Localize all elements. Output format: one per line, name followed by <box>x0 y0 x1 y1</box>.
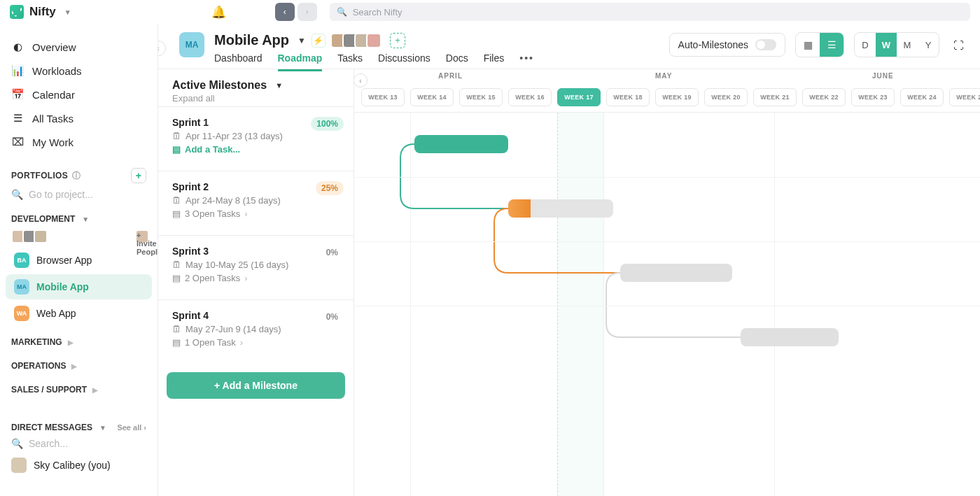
timeline-scroll-left[interactable]: ‹ <box>354 73 368 87</box>
gantt-bar-sprint4[interactable] <box>741 328 839 346</box>
task-icon: ▤ <box>172 337 181 348</box>
project-badge: BA <box>14 253 29 268</box>
chevron-right-icon: › <box>240 337 243 348</box>
week-chip[interactable]: WEEK 21 <box>753 88 797 106</box>
progress-badge: 0% <box>321 246 344 260</box>
category-sales-support[interactable]: SALES / SUPPORT▶ <box>0 375 158 399</box>
grid-view-button[interactable]: ▦ <box>796 33 820 57</box>
sprint-row[interactable]: Sprint 1 🗓Apr 11-Apr 23 (13 days) ▤Add a… <box>158 106 354 171</box>
week-chip[interactable]: WEEK 16 <box>508 88 552 106</box>
project-name: Web App <box>36 308 76 319</box>
goto-project-input[interactable]: 🔍 Go to project... <box>0 186 158 207</box>
dm-see-all-link[interactable]: See all › <box>117 423 146 432</box>
week-chip[interactable]: WEEK 23 <box>851 88 895 106</box>
automation-icon[interactable]: ⚡ <box>312 34 326 48</box>
tab-more[interactable]: ••• <box>519 52 534 71</box>
project-tabs: Dashboard Roadmap Tasks Discussions Docs… <box>214 52 534 71</box>
auto-milestones-toggle[interactable]: Auto-Milestones <box>669 33 785 57</box>
week-chip[interactable]: WEEK 20 <box>704 88 748 106</box>
category-marketing[interactable]: MARKETING▶ <box>0 327 158 351</box>
week-chip[interactable]: WEEK 17 <box>557 88 601 106</box>
project-badge: WA <box>14 306 29 321</box>
dm-search-input[interactable]: 🔍 Search... <box>0 437 158 451</box>
week-chip[interactable]: WEEK 24 <box>900 88 944 106</box>
sprint-open-tasks[interactable]: ▤3 Open Tasks › <box>172 208 340 219</box>
sprint-row[interactable]: Sprint 3 🗓May 10-May 25 (16 days) ▤2 Ope… <box>158 235 354 299</box>
project-members[interactable] <box>334 33 382 48</box>
project-badge: MA <box>14 279 29 295</box>
add-milestone-button[interactable]: + Add a Milestone <box>167 372 345 399</box>
search-icon: 🔍 <box>11 189 23 200</box>
sprint-row[interactable]: Sprint 2 🗓Apr 24-May 8 (15 days) ▤3 Open… <box>158 171 354 235</box>
week-chip[interactable]: WEEK 19 <box>655 88 699 106</box>
category-label: MARKETING <box>11 337 62 347</box>
project-mobile-app[interactable]: MA Mobile App <box>6 274 152 299</box>
week-chip[interactable]: WEEK 13 <box>361 88 405 106</box>
week-chip[interactable]: WEEK 25 <box>949 88 980 106</box>
calendar-icon: 🗓 <box>172 195 181 206</box>
week-chip[interactable]: WEEK 22 <box>802 88 846 106</box>
tab-tasks[interactable]: Tasks <box>337 52 363 71</box>
timeline-row <box>354 113 980 177</box>
week-selector: WEEK 13 WEEK 14 WEEK 15 WEEK 16 WEEK 17 … <box>361 88 980 106</box>
tab-discussions[interactable]: Discussions <box>378 52 430 71</box>
sidebar-item-alltasks[interactable]: ☰All Tasks <box>0 106 158 130</box>
project-web-app[interactable]: WA Web App <box>6 301 152 326</box>
add-portfolio-button[interactable]: + <box>131 168 146 183</box>
sidebar-item-workloads[interactable]: 📊Workloads <box>0 59 158 83</box>
project-browser-app[interactable]: BA Browser App <box>6 248 152 273</box>
help-icon[interactable]: ⓘ <box>72 170 80 182</box>
gantt-bar-sprint2[interactable] <box>508 199 613 218</box>
tab-docs[interactable]: Docs <box>446 52 468 71</box>
invite-people-link[interactable]: + Invite People <box>135 229 149 243</box>
team-avatars: + Invite People <box>0 228 158 246</box>
add-member-button[interactable]: + <box>390 33 405 48</box>
milestones-title-row[interactable]: Active Milestones ▼ <box>172 79 340 92</box>
chevron-right-icon: ▶ <box>92 386 98 394</box>
time-unit-month[interactable]: M <box>897 33 918 57</box>
development-section[interactable]: DEVELOPMENT ▼ <box>0 207 158 228</box>
category-label: SALES / SUPPORT <box>11 385 87 395</box>
category-label: OPERATIONS <box>11 361 66 371</box>
auto-milestones-label: Auto-Milestones <box>678 39 748 50</box>
calendar-icon: 🗓 <box>172 324 181 334</box>
project-header: MA Mobile App ▼ ⚡ + Dashboard Roadmap Ta… <box>158 24 980 69</box>
sidebar-item-overview[interactable]: ◐Overview <box>0 35 158 59</box>
expand-all-link[interactable]: Expand all <box>172 93 340 104</box>
time-unit-day[interactable]: D <box>855 33 876 57</box>
nav-forward-button[interactable]: › <box>298 3 317 21</box>
chevron-down-icon[interactable]: ▼ <box>298 36 306 45</box>
fullscreen-button[interactable]: ⛶ <box>949 36 967 54</box>
tab-files[interactable]: Files <box>484 52 505 71</box>
category-operations[interactable]: OPERATIONS▶ <box>0 351 158 375</box>
bell-icon[interactable]: 🔔 <box>211 5 226 20</box>
gantt-bar-sprint3[interactable] <box>620 264 732 282</box>
sprint-row[interactable]: Sprint 4 🗓May 27-Jun 9 (14 days) ▤1 Open… <box>158 299 354 364</box>
tab-roadmap[interactable]: Roadmap <box>278 52 323 71</box>
calendar-icon: 🗓 <box>172 260 181 270</box>
avatar[interactable] <box>34 229 48 243</box>
time-scale-switch: D W M Y <box>854 32 939 57</box>
sidebar-item-mywork[interactable]: ⌧My Work <box>0 130 158 154</box>
top-bar: Nifty ▼ 🔔 ‹ › 🔍 Search Nifty <box>0 0 980 24</box>
global-search[interactable]: 🔍 Search Nifty <box>330 3 970 21</box>
list-view-button[interactable]: ☰ <box>820 33 844 57</box>
gantt-bar-sprint1[interactable] <box>414 135 508 153</box>
sprint-open-tasks[interactable]: ▤1 Open Task › <box>172 337 340 348</box>
tab-dashboard[interactable]: Dashboard <box>214 52 262 71</box>
sprint-open-tasks[interactable]: ▤2 Open Tasks › <box>172 273 340 283</box>
sprint-add-task-link[interactable]: ▤Add a Task... <box>172 144 340 155</box>
time-unit-week[interactable]: W <box>876 33 897 57</box>
week-chip[interactable]: WEEK 14 <box>410 88 454 106</box>
nav-back-button[interactable]: ‹ <box>275 3 295 21</box>
week-chip[interactable]: WEEK 15 <box>459 88 503 106</box>
dm-user-self[interactable]: Sky Calibey (you) <box>0 451 158 480</box>
week-chip[interactable]: WEEK 18 <box>606 88 650 106</box>
time-unit-year[interactable]: Y <box>918 33 939 57</box>
dm-label: DIRECT MESSAGES <box>11 423 92 432</box>
brand-menu[interactable]: Nifty ▼ <box>10 5 71 19</box>
timeline[interactable]: ‹ APRIL MAY JUNE WEEK 13 WEEK 14 WEEK 15… <box>354 69 980 496</box>
task-icon: ▤ <box>172 144 181 155</box>
sidebar-item-calendar[interactable]: 📅Calendar <box>0 83 158 106</box>
progress-badge: 0% <box>321 310 344 324</box>
